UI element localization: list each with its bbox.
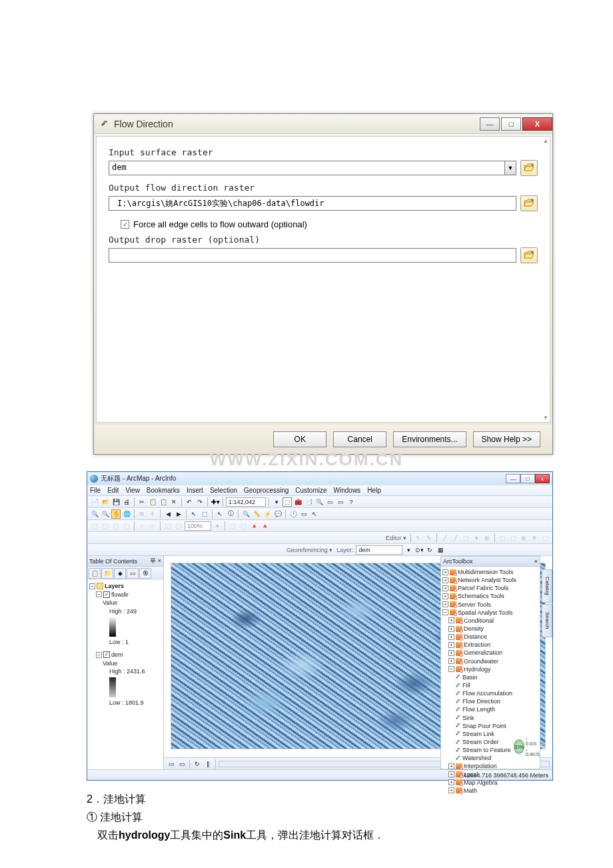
catalog-tab[interactable]: Catalog — [542, 569, 552, 603]
output-flow-value[interactable]: I:\arcgis\姚ArcGIS10实验\chap06-data\flowdi… — [109, 196, 516, 211]
edit-icon[interactable]: ✕ — [530, 533, 539, 543]
identify-icon[interactable]: ⓘ — [226, 509, 235, 519]
toolbox-node[interactable]: +Server Tools — [442, 601, 538, 609]
toolbox-node[interactable]: +Local — [442, 771, 538, 779]
undo-icon[interactable]: ↶ — [185, 497, 194, 507]
browse-output-button[interactable] — [520, 195, 538, 211]
fixed-zoom-in-icon[interactable]: ⁙ — [137, 509, 147, 519]
toolbox-node[interactable]: +Distance — [442, 633, 538, 641]
arctoolbox-close[interactable]: × — [534, 558, 538, 565]
menu-selection[interactable]: Selection — [210, 487, 237, 494]
zoom-in-icon[interactable]: 🔍 — [90, 509, 99, 519]
expander-icon[interactable]: − — [96, 591, 102, 597]
edit-icon[interactable]: ╱ — [450, 533, 460, 543]
edit-icon[interactable]: ⊕ — [482, 533, 492, 543]
expander-icon[interactable]: + — [448, 642, 454, 648]
arcmap-maximize-button[interactable]: □ — [520, 474, 535, 483]
expander-icon[interactable]: + — [448, 771, 454, 777]
georef-label[interactable]: Georeferencing ▾ — [285, 547, 334, 553]
scroll-up-icon[interactable]: ▲ — [543, 138, 548, 144]
tool-node[interactable]: Fill — [442, 681, 538, 689]
icon[interactable]: 🔺 — [249, 521, 259, 531]
edit-icon[interactable]: ✎ — [424, 533, 434, 543]
scroll-down-icon[interactable]: ▼ — [543, 415, 548, 421]
menu-help[interactable]: Help — [367, 487, 381, 494]
flowdir-node[interactable]: −✓flowdir — [89, 591, 161, 599]
toc-tab-selection[interactable]: ▭ — [127, 568, 139, 579]
toolbox-node[interactable]: +Multidimension Tools — [442, 568, 538, 576]
tool-node[interactable]: Basin — [442, 673, 538, 681]
georef-layer-box[interactable]: dem — [356, 545, 402, 555]
menu-windows[interactable]: Windows — [334, 487, 361, 494]
toolbox-node[interactable]: +Extraction — [442, 641, 538, 649]
editor-toolbar-icon[interactable]: ▾ — [272, 497, 281, 507]
expander-icon[interactable]: − — [442, 609, 448, 615]
cut-icon[interactable]: ✂ — [137, 497, 147, 507]
menu-edit[interactable]: Edit — [107, 487, 119, 494]
zoom-out-icon[interactable]: 🔍 — [101, 509, 110, 519]
icon[interactable]: ⬚ — [239, 521, 248, 531]
toolbox-node[interactable]: −Hydrology — [442, 665, 538, 673]
tool-node[interactable]: Flow Accumulation — [442, 689, 538, 697]
expander-icon[interactable]: − — [448, 666, 454, 672]
data-view-icon[interactable]: ▭ — [167, 759, 176, 769]
expander-icon[interactable]: − — [96, 652, 102, 658]
toolbox-icon[interactable]: 🧰 — [293, 497, 303, 507]
full-extent-icon[interactable]: 🌐 — [122, 509, 131, 519]
minimize-button[interactable]: — — [480, 117, 500, 131]
save-icon[interactable]: 💾 — [111, 497, 121, 507]
arcmap-close-button[interactable]: x — [535, 474, 550, 483]
icon[interactable]: ⬚ — [163, 521, 173, 531]
hyperlink-icon[interactable]: ⚡ — [263, 509, 272, 519]
icon[interactable]: ⬚ — [122, 521, 131, 531]
expander-icon[interactable]: + — [448, 634, 454, 640]
delete-icon[interactable]: ✕ — [169, 497, 179, 507]
menu-file[interactable]: File — [90, 487, 101, 494]
pct-box[interactable]: 100% — [185, 521, 211, 531]
expander-icon[interactable]: + — [442, 593, 448, 599]
tool-node[interactable]: Flow Direction — [442, 697, 538, 705]
edit-icon[interactable]: ⬚ — [461, 533, 470, 543]
edit-icon[interactable]: ╱ — [440, 533, 449, 543]
edit-tool-icon[interactable]: ↖ — [414, 533, 423, 543]
catalog-icon[interactable]: 📑 — [304, 497, 313, 507]
edit-icon[interactable]: ▾ — [472, 533, 481, 543]
layer-checkbox[interactable]: ✓ — [103, 591, 110, 598]
measure-icon[interactable]: 📏 — [252, 509, 261, 519]
expander-icon[interactable]: + — [442, 569, 448, 575]
icon[interactable]: ⬚ — [101, 521, 110, 531]
tool-node[interactable]: Watershed — [442, 754, 538, 762]
expander-icon[interactable]: + — [448, 787, 454, 793]
toolbox-node[interactable]: +Network Analyst Tools — [442, 576, 538, 584]
browse-input-button[interactable] — [520, 160, 538, 176]
force-edge-checkbox[interactable]: ✓ — [121, 220, 129, 229]
menu-bookmarks[interactable]: Bookmarks — [147, 487, 180, 494]
tool-node[interactable]: Sink — [442, 714, 538, 722]
pan-icon[interactable]: ✋ — [111, 509, 121, 519]
editor-label[interactable]: Editor ▾ — [384, 535, 408, 541]
scale-box[interactable]: 1:142,042 — [226, 497, 266, 507]
environments-button[interactable]: Environments... — [393, 431, 466, 447]
layout-view-icon[interactable]: ▭ — [177, 759, 187, 769]
dropdown-icon[interactable]: ▼ — [504, 161, 516, 175]
toolbox-node[interactable]: +Groundwater — [442, 657, 538, 665]
edit-icon[interactable]: ⊕ — [519, 533, 528, 543]
close-button[interactable]: X — [522, 117, 552, 131]
toolbox-node[interactable]: +Math — [442, 787, 538, 795]
menu-insert[interactable]: Insert — [187, 487, 203, 494]
georef-icon[interactable]: ⊙▾ — [414, 545, 424, 555]
menu-customize[interactable]: Customize — [295, 487, 326, 494]
clear-selection-icon[interactable]: ⬚ — [200, 509, 209, 519]
icon[interactable]: ⁘ — [148, 521, 157, 531]
input-surface-value[interactable]: dem — [109, 161, 504, 175]
input-surface-combo[interactable]: dem ▼ — [109, 161, 516, 175]
viewer-icon[interactable]: ▭ — [299, 509, 308, 519]
fixed-zoom-out-icon[interactable]: ⁘ — [148, 509, 157, 519]
edit-icon[interactable]: ⬚ — [508, 533, 518, 543]
toc-tab-options[interactable]: ⦿ — [139, 568, 151, 579]
expander-icon[interactable]: + — [442, 577, 448, 583]
toolbox-node[interactable]: +Density — [442, 625, 538, 633]
expander-icon[interactable]: + — [448, 650, 454, 656]
icon[interactable]: ⬚ — [174, 521, 183, 531]
search-tab[interactable]: Search — [542, 604, 552, 637]
